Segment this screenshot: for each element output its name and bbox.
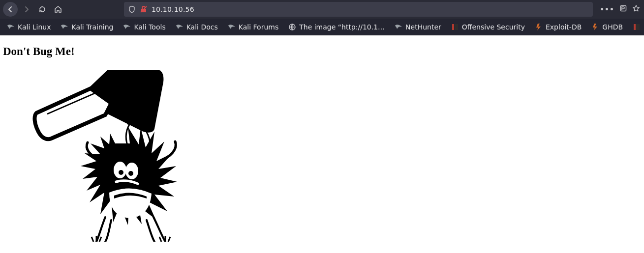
bookmark-label: Kali Training [71,23,113,31]
bolt-icon [591,23,599,31]
bookmark-label: Kali Forums [239,23,278,31]
page-action-icons: ••• [600,4,640,14]
bookmark-kali-forums[interactable]: Kali Forums [225,21,281,33]
bookmark-kali-training[interactable]: Kali Training [58,21,116,33]
bookmark-label: Offensive Security [462,23,525,31]
bookmark-label: Kali Tools [134,23,165,31]
url-bar[interactable]: 10.10.10.56 [124,2,593,17]
dragon-icon [228,23,236,31]
svg-rect-5 [634,24,636,30]
bookmark-label: The image “http://10.1… [299,23,385,31]
bookmark-nethunter[interactable]: NetHunter [392,21,444,33]
bookmark-kali-linux[interactable]: Kali Linux [4,21,54,33]
bookmark-offensive-security[interactable]: Offensive Security [448,21,528,33]
globe-icon [288,23,296,31]
bookmark-star-icon[interactable] [632,4,640,14]
bookmark-msfu[interactable]: MSFU [630,21,644,33]
bolt-icon [535,23,543,31]
bookmark-label: GHDB [602,23,623,31]
forward-button[interactable] [20,2,33,16]
home-button[interactable] [51,2,65,16]
bookmark-exploit-db[interactable]: Exploit-DB [532,21,584,33]
tracking-shield-icon[interactable] [128,5,136,13]
offsec-icon [451,23,459,31]
page-actions-icon[interactable]: ••• [600,5,614,13]
svg-point-9 [141,123,145,127]
svg-point-11 [125,163,138,179]
bookmark-label: NetHunter [405,23,441,31]
bookmark-label: Kali Docs [186,23,218,31]
page-heading: Don't Bug Me! [3,45,641,58]
svg-rect-6 [636,24,640,30]
dragon-icon [7,23,15,31]
page-content: Don't Bug Me! [0,35,644,242]
back-button[interactable] [3,2,18,17]
nav-toolbar: 10.10.10.56 ••• [0,0,644,19]
dragon-icon [395,23,402,31]
svg-rect-1 [621,6,626,11]
svg-point-10 [114,162,126,178]
dragon-icon [123,23,131,31]
url-text[interactable]: 10.10.10.56 [152,5,589,13]
reader-mode-icon[interactable] [619,4,627,14]
bookmarks-bar: Kali Linux Kali Training Kali Tools Kali… [0,19,644,35]
bookmark-kali-docs[interactable]: Kali Docs [173,21,221,33]
bookmark-image-tab[interactable]: The image “http://10.1… [285,21,388,33]
dragon-icon [61,23,68,31]
svg-point-8 [127,121,131,125]
bookmark-label: Exploit-DB [546,23,582,31]
svg-rect-4 [455,24,458,30]
insecure-connection-icon[interactable] [140,5,148,13]
bookmark-label: Kali Linux [18,23,51,31]
svg-point-12 [119,170,123,175]
dragon-icon [176,23,184,31]
offsec-icon [633,23,641,31]
bookmark-ghdb[interactable]: GHDB [588,21,626,33]
svg-point-13 [128,171,133,176]
svg-rect-3 [452,24,454,30]
reload-button[interactable] [35,2,49,16]
bookmark-kali-tools[interactable]: Kali Tools [120,21,168,33]
bug-image [31,70,226,242]
